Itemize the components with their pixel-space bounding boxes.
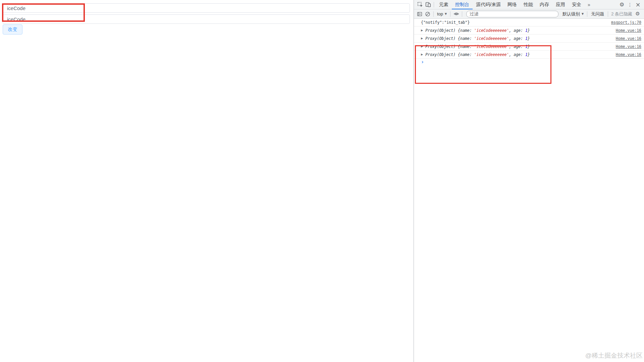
console-message: {"notify":"init_tab"} msgport.js:70	[414, 19, 644, 26]
device-toolbar-icon[interactable]	[424, 1, 432, 9]
console-message-proxy: ▶ Proxy(Object) {name: 'iceCodeeeeeee', …	[414, 26, 644, 35]
source-link[interactable]: Home.vue:16	[612, 28, 641, 33]
inspect-element-icon[interactable]	[416, 1, 424, 9]
preview-text: }	[528, 44, 530, 49]
console-filter-input[interactable]	[466, 11, 558, 17]
source-link[interactable]: Home.vue:16	[612, 44, 641, 49]
console-message-proxy: ▶ Proxy(Object) {name: 'iceCodeeeeeee', …	[414, 51, 644, 59]
preview-text: , age:	[509, 44, 525, 49]
chevron-down-icon: ▼	[582, 12, 584, 15]
clear-console-icon[interactable]	[424, 10, 432, 18]
prompt-chevron-icon: ›	[421, 60, 424, 65]
preview-text: Proxy(Object) {name:	[425, 44, 474, 49]
close-devtools-icon[interactable]: ×	[634, 1, 642, 9]
object-preview: Proxy(Object) {name: 'iceCodeeeeeee', ag…	[425, 52, 530, 57]
preview-number: 1	[525, 44, 528, 49]
preview-text: , age:	[509, 36, 525, 41]
chevron-down-icon: ▼	[445, 12, 447, 15]
console-prompt[interactable]: ›	[414, 59, 644, 65]
console-message-proxy: ▶ Proxy(Object) {name: 'iceCodeeeeeee', …	[414, 35, 644, 43]
tab-performance[interactable]: 性能	[520, 0, 536, 9]
change-button[interactable]: 改变	[3, 24, 22, 35]
hidden-messages-count[interactable]: 2 条已隐藏	[610, 11, 634, 17]
divider	[587, 11, 587, 17]
object-preview: Proxy(Object) {name: 'iceCodeeeeeee', ag…	[425, 44, 530, 49]
source-link[interactable]: msgport.js:70	[608, 20, 641, 25]
tab-console[interactable]: 控制台	[452, 0, 473, 9]
context-selector-label: top	[437, 11, 443, 16]
divider	[433, 11, 434, 17]
more-tabs-icon[interactable]: »	[585, 2, 593, 7]
divider	[608, 11, 608, 17]
source-link[interactable]: Home.vue:16	[612, 36, 641, 41]
preview-number: 1	[525, 52, 528, 57]
tab-elements[interactable]: 元素	[436, 0, 452, 9]
live-expression-eye-icon[interactable]	[452, 10, 460, 18]
name-input-1[interactable]	[3, 3, 410, 13]
tab-sources[interactable]: 源代码/来源	[473, 0, 504, 9]
preview-number: 1	[525, 28, 528, 33]
expand-triangle-icon[interactable]: ▶	[421, 53, 423, 56]
log-level-label: 默认级别	[562, 11, 580, 17]
preview-text: }	[528, 52, 530, 57]
divider	[450, 11, 450, 17]
tab-network[interactable]: 网络	[504, 0, 520, 9]
preview-string: 'iceCodeeeeeee'	[474, 52, 509, 57]
console-settings-gear-icon[interactable]: ⚙	[634, 10, 642, 18]
object-preview: Proxy(Object) {name: 'iceCodeeeeeee', ag…	[425, 36, 530, 41]
settings-gear-icon[interactable]: ⚙	[618, 1, 626, 9]
console-message-proxy: ▶ Proxy(Object) {name: 'iceCodeeeeeee', …	[414, 43, 644, 51]
context-selector-dropdown[interactable]: top ▼	[435, 11, 448, 16]
console-message-text: {"notify":"init_tab"}	[421, 20, 470, 25]
watermark: @稀土掘金技术社区	[585, 351, 643, 360]
tab-security[interactable]: 安全	[569, 0, 585, 9]
tab-application[interactable]: 应用	[552, 0, 569, 9]
devtools-tabbar: 元素 控制台 源代码/来源 网络 性能 内存 应用 安全 » ⚙ ⋮ ×	[414, 0, 644, 9]
no-issues-button[interactable]: 无问题	[589, 11, 606, 17]
app-page: 改变	[0, 0, 414, 362]
expand-triangle-icon[interactable]: ▶	[421, 29, 423, 32]
divider	[462, 11, 462, 17]
tab-memory[interactable]: 内存	[536, 0, 552, 9]
console-output: {"notify":"init_tab"} msgport.js:70 ▶ Pr…	[414, 19, 644, 65]
preview-text: Proxy(Object) {name:	[425, 52, 474, 57]
preview-text: Proxy(Object) {name:	[425, 36, 474, 41]
devtools-panel: 元素 控制台 源代码/来源 网络 性能 内存 应用 安全 » ⚙ ⋮ ×	[414, 0, 644, 362]
preview-text: }	[528, 28, 530, 33]
preview-number: 1	[525, 36, 528, 41]
preview-string: 'iceCodeeeeeee'	[474, 44, 509, 49]
name-input-2[interactable]	[3, 14, 410, 24]
preview-text: }	[528, 36, 530, 41]
preview-string: 'iceCodeeeeeee'	[474, 28, 509, 33]
object-preview: Proxy(Object) {name: 'iceCodeeeeeee', ag…	[425, 28, 530, 33]
console-sidebar-icon[interactable]	[416, 10, 424, 18]
expand-triangle-icon[interactable]: ▶	[421, 37, 423, 40]
preview-text: , age:	[509, 52, 525, 57]
source-link[interactable]: Home.vue:16	[612, 52, 641, 57]
more-menu-icon[interactable]: ⋮	[626, 1, 634, 9]
console-toolbar: top ▼ 默认级别 ▼ 无问题 2 条已隐藏 ⚙	[414, 9, 644, 19]
preview-text: Proxy(Object) {name:	[425, 28, 474, 33]
expand-triangle-icon[interactable]: ▶	[421, 45, 423, 48]
preview-text: , age:	[509, 28, 525, 33]
preview-string: 'iceCodeeeeeee'	[474, 36, 509, 41]
log-level-dropdown[interactable]: 默认级别 ▼	[561, 11, 585, 17]
divider	[434, 2, 434, 7]
